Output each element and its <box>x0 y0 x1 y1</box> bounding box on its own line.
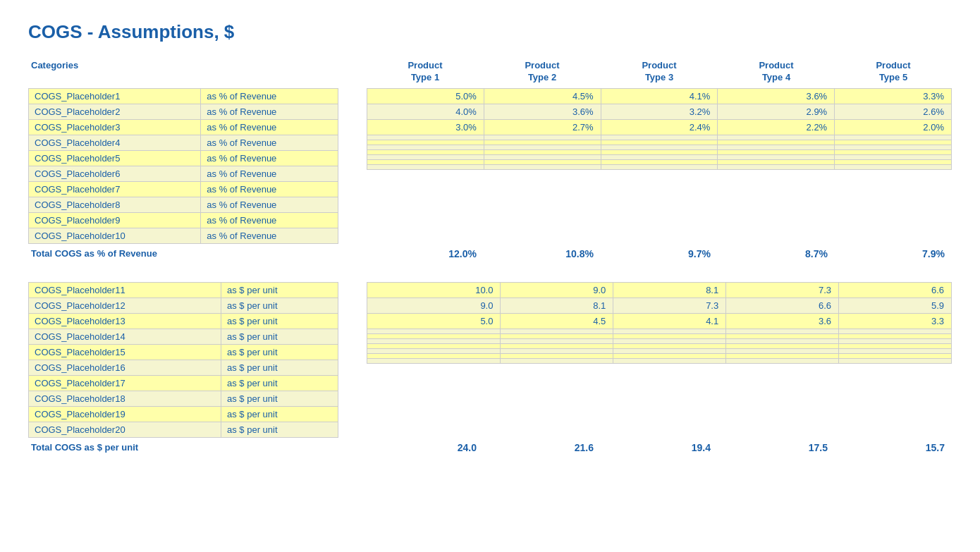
category-name: COGS_Placeholder5 <box>29 150 201 166</box>
category-name: COGS_Placeholder19 <box>29 406 221 422</box>
category-type: as $ per unit <box>221 329 338 344</box>
value-cell <box>839 338 952 343</box>
value-cell <box>718 154 835 159</box>
category-name: COGS_Placeholder12 <box>29 298 221 313</box>
category-name: COGS_Placeholder15 <box>29 344 221 360</box>
list-item: COGS_Placeholder18as $ per unit <box>29 391 338 406</box>
section2-left: COGS_Placeholder11as $ per unitCOGS_Plac… <box>28 282 338 438</box>
list-item: COGS_Placeholder4as % of Revenue <box>29 135 338 150</box>
value-cell: 2.6% <box>835 104 952 119</box>
value-cell <box>601 140 718 145</box>
value-cell <box>718 145 835 149</box>
table-row: 5.0%4.5%4.1%3.6%3.3% <box>367 88 952 104</box>
list-item: COGS_Placeholder16as $ per unit <box>29 360 338 375</box>
value-cell <box>835 159 952 164</box>
table-row: 9.08.17.36.65.9 <box>367 298 952 313</box>
category-name: COGS_Placeholder3 <box>29 119 201 135</box>
list-item: COGS_Placeholder3as % of Revenue <box>29 119 338 135</box>
col-header-2: ProductType 2 <box>484 60 601 88</box>
section2-row-area: COGS_Placeholder11as $ per unitCOGS_Plac… <box>28 282 952 438</box>
value-cell: 4.5% <box>484 88 601 104</box>
value-cell <box>613 348 726 353</box>
section2-total-line: Total COGS as $ per unit 24.021.619.417.… <box>28 439 952 456</box>
total-value-cell-3: 9.7% <box>601 245 718 262</box>
value-cell <box>601 159 718 164</box>
value-cell <box>613 358 726 363</box>
list-item: COGS_Placeholder11as $ per unit <box>29 282 338 298</box>
category-type: as $ per unit <box>221 282 338 298</box>
table-row <box>367 353 952 358</box>
list-item: COGS_Placeholder15as $ per unit <box>29 344 338 360</box>
list-item: COGS_Placeholder8as % of Revenue <box>29 197 338 212</box>
total-value-cell-3: 19.4 <box>601 439 718 456</box>
section1-total-label: Total COGS as % of Revenue <box>28 245 338 262</box>
value-cell <box>726 329 839 333</box>
value-cell: 9.0 <box>501 282 613 298</box>
category-type: as $ per unit <box>221 375 338 391</box>
list-item: COGS_Placeholder7as % of Revenue <box>29 181 338 197</box>
value-cell: 3.6 <box>726 313 839 329</box>
value-cell <box>367 145 484 149</box>
value-cell: 6.6 <box>726 298 839 313</box>
value-cell: 2.2% <box>718 119 835 135</box>
category-type: as % of Revenue <box>201 119 338 135</box>
value-cell <box>839 329 952 333</box>
value-cell <box>835 149 952 154</box>
value-cell <box>367 343 501 348</box>
table-row <box>367 338 952 343</box>
value-cell <box>501 358 613 363</box>
list-item: COGS_Placeholder14as $ per unit <box>29 329 338 344</box>
value-cell <box>835 164 952 169</box>
list-item: COGS_Placeholder10as % of Revenue <box>29 228 338 243</box>
value-cell <box>367 358 501 363</box>
value-cell <box>367 135 484 140</box>
total-value-cell-1: 24.0 <box>367 439 484 456</box>
list-item: COGS_Placeholder9as % of Revenue <box>29 212 338 228</box>
value-cell <box>484 135 601 140</box>
value-cell <box>484 159 601 164</box>
col-header-3: ProductType 3 <box>601 60 718 88</box>
value-cell: 3.2% <box>601 104 718 119</box>
value-cell: 2.9% <box>718 104 835 119</box>
value-cell <box>367 164 484 169</box>
value-cell <box>367 338 501 343</box>
section1-row-area: COGS_Placeholder1as % of RevenueCOGS_Pla… <box>28 88 952 244</box>
category-name: COGS_Placeholder14 <box>29 329 221 344</box>
section1-val-table: 5.0%4.5%4.1%3.6%3.3%4.0%3.6%3.2%2.9%2.6%… <box>367 88 952 170</box>
section2-total-values: 24.021.619.417.515.7 <box>338 439 952 456</box>
category-name: COGS_Placeholder6 <box>29 166 201 181</box>
value-cell <box>718 135 835 140</box>
value-cell: 8.1 <box>613 282 726 298</box>
value-cell: 7.3 <box>726 282 839 298</box>
list-item: COGS_Placeholder13as $ per unit <box>29 313 338 329</box>
total-value-cell-4: 8.7% <box>718 245 835 262</box>
section2-cat-table: COGS_Placeholder11as $ per unitCOGS_Plac… <box>28 282 338 438</box>
value-cell <box>367 353 501 358</box>
table-row <box>367 140 952 145</box>
value-cell <box>613 338 726 343</box>
category-type: as $ per unit <box>221 422 338 437</box>
value-cell <box>835 135 952 140</box>
value-cell <box>726 353 839 358</box>
value-cell <box>718 159 835 164</box>
column-headers: Categories ProductType 1ProductType 2Pro… <box>28 60 952 88</box>
category-type: as $ per unit <box>221 406 338 422</box>
value-cell <box>835 140 952 145</box>
value-cell <box>726 338 839 343</box>
section1-total-values: 12.0%10.8%9.7%8.7%7.9% <box>338 245 952 262</box>
value-cell <box>839 353 952 358</box>
value-cell <box>839 358 952 363</box>
category-type: as $ per unit <box>221 360 338 375</box>
category-type: as % of Revenue <box>201 166 338 181</box>
section1-left: COGS_Placeholder1as % of RevenueCOGS_Pla… <box>28 88 338 244</box>
col-header-1: ProductType 1 <box>367 60 484 88</box>
total-value-cell-2: 21.6 <box>484 439 601 456</box>
category-type: as % of Revenue <box>201 197 338 212</box>
category-name: COGS_Placeholder13 <box>29 313 221 329</box>
table-row <box>367 135 952 140</box>
value-cell: 5.0 <box>367 313 501 329</box>
value-cell <box>367 333 501 338</box>
table-row: 5.04.54.13.63.3 <box>367 313 952 329</box>
category-name: COGS_Placeholder8 <box>29 197 201 212</box>
category-type: as $ per unit <box>221 391 338 406</box>
